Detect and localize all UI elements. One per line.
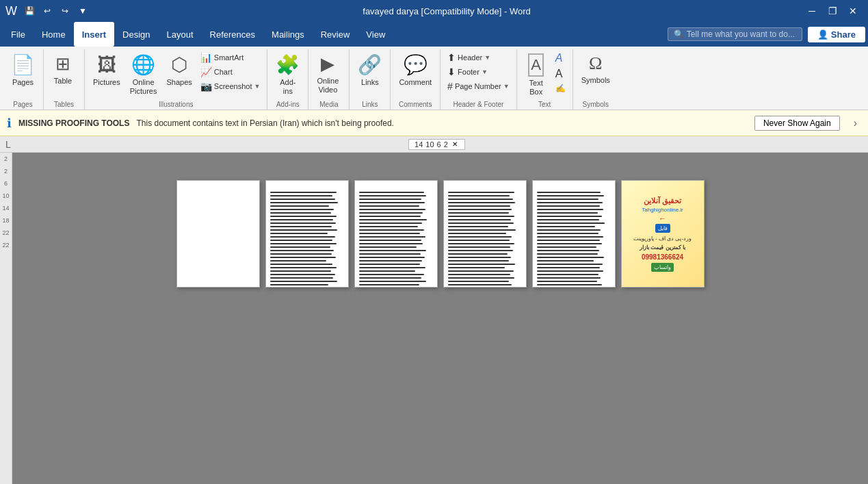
online-pictures-button[interactable]: 🌐 OnlinePictures: [126, 51, 161, 99]
page-thumbnail-5[interactable]: [532, 180, 616, 288]
save-button[interactable]: 💾: [21, 3, 38, 18]
wordart-icon: A: [555, 52, 563, 64]
addins-icon: 🧩: [276, 53, 300, 76]
title-bar: W 💾 ↩ ↪ ▼ favayed darya [Compatibility M…: [0, 0, 868, 22]
chart-icon: 📈: [200, 66, 212, 77]
close-button[interactable]: ✕: [843, 3, 863, 18]
tab-stop-icon[interactable]: L: [5, 139, 11, 150]
symbols-button[interactable]: Ω Symbols: [577, 51, 614, 88]
smartart-button[interactable]: 📊 SmartArt: [198, 51, 263, 64]
redo-button[interactable]: ↪: [57, 3, 73, 18]
undo-button[interactable]: ↩: [39, 3, 55, 18]
links-button[interactable]: 🔗 Links: [354, 51, 386, 90]
smartart-icon: 📊: [200, 52, 212, 63]
ruler-numbers: 14 10 6 2 ✕: [11, 139, 863, 150]
page-thumbnail-1[interactable]: [176, 180, 260, 288]
ad-badge: واتساپ: [651, 263, 674, 272]
table-button[interactable]: ⊞ Table: [48, 51, 78, 88]
page-number-button[interactable]: # Page Number ▼: [445, 79, 512, 93]
document-canvas[interactable]: تحقیق آنلاین Tahghighonline.ir ← فایل ور…: [12, 153, 868, 484]
ad-arrow: ←: [659, 214, 666, 222]
ruler-close-button[interactable]: ✕: [451, 140, 459, 148]
ribbon-group-pages: 📄 Pages Pages: [3, 49, 44, 110]
online-video-button[interactable]: ▶ OnlineVideo: [313, 51, 343, 97]
screenshot-icon: 📷: [200, 81, 212, 92]
dropcap-button[interactable]: A: [553, 66, 568, 81]
illustrations-group-label: Illustrations: [89, 99, 263, 110]
main-content: 2 2 6 10 14 18 22 22: [0, 153, 868, 484]
never-show-again-button[interactable]: Never Show Again: [754, 116, 840, 131]
screenshot-button[interactable]: 📷 Screenshot ▼: [198, 79, 263, 93]
shapes-icon: ⬡: [171, 53, 187, 76]
ruler-number-2: 2: [444, 140, 448, 149]
ruler-v-22a: 22: [2, 229, 9, 236]
page-thumbnail-6[interactable]: تحقیق آنلاین Tahghighonline.ir ← فایل ور…: [621, 180, 705, 288]
addins-button[interactable]: 🧩 Add-ins: [272, 51, 304, 99]
search-input[interactable]: [687, 29, 796, 39]
footer-button[interactable]: ⬇ Footer ▼: [445, 65, 512, 79]
links-group-label: Links: [354, 99, 386, 110]
ruler-v-10: 10: [2, 192, 9, 199]
comment-button[interactable]: 💬 Comment: [395, 51, 436, 90]
ruler-bar: L 14 10 6 2 ✕: [0, 136, 868, 153]
minimize-button[interactable]: ─: [802, 3, 821, 18]
header-dropdown-arrow: ▼: [484, 54, 490, 61]
menu-review[interactable]: Review: [313, 22, 358, 47]
ruler-v-2b: 2: [4, 168, 8, 175]
notification-close-button[interactable]: ›: [850, 116, 861, 131]
ribbon-group-tables: ⊞ Table Tables: [44, 49, 85, 110]
text-box-button[interactable]: A TextBox: [521, 51, 551, 99]
ruler-v-18: 18: [2, 217, 9, 224]
ribbon-group-header-footer: ⬆ Header ▼ ⬇ Footer ▼ # Page Number ▼: [440, 49, 517, 110]
menu-home[interactable]: Home: [34, 22, 74, 47]
window-controls: ─ ❐ ✕: [802, 3, 863, 18]
ribbon-group-comments: 💬 Comment Comments: [391, 49, 440, 110]
ruler-v-6: 6: [4, 180, 8, 187]
share-button[interactable]: 👤 Share: [808, 27, 865, 42]
quick-access-toolbar: 💾 ↩ ↪ ▼: [21, 3, 91, 18]
ruler-number-6: 6: [437, 140, 441, 149]
menu-references[interactable]: References: [202, 22, 263, 47]
notification-bar: ℹ MISSING PROOFING TOOLS This document c…: [0, 110, 868, 136]
comments-group-label: Comments: [395, 99, 436, 110]
customize-button[interactable]: ▼: [75, 3, 91, 18]
tables-group-label: Tables: [48, 99, 80, 110]
page-thumbnail-3[interactable]: [354, 180, 438, 288]
ribbon-group-media: ▶ OnlineVideo Media: [308, 49, 350, 110]
menu-design[interactable]: Design: [114, 22, 158, 47]
signature-icon: ✍: [555, 84, 566, 93]
shapes-button[interactable]: ⬡ Shapes: [163, 51, 196, 90]
header-footer-group-label: Header & Footer: [445, 99, 512, 110]
text-box-icon: A: [528, 53, 544, 77]
menu-view[interactable]: View: [358, 22, 393, 47]
page-number-dropdown-arrow: ▼: [503, 83, 510, 90]
page-thumbnail-4[interactable]: [443, 180, 527, 288]
restore-button[interactable]: ❐: [823, 3, 842, 18]
notification-title: MISSING PROOFING TOOLS: [18, 118, 129, 128]
header-button[interactable]: ⬆ Header ▼: [445, 51, 512, 64]
menu-mailings[interactable]: Mailings: [263, 22, 313, 47]
ruler-v-14: 14: [2, 205, 9, 212]
left-ruler: 2 2 6 10 14 18 22 22: [0, 153, 12, 484]
menu-layout[interactable]: Layout: [159, 22, 202, 47]
search-box[interactable]: 🔍: [668, 27, 802, 41]
word-icon: W: [5, 4, 17, 18]
menu-file[interactable]: File: [3, 22, 34, 47]
dropcap-icon: A: [555, 68, 563, 80]
pages-group-label: Pages: [7, 99, 39, 110]
footer-dropdown-arrow: ▼: [482, 68, 488, 75]
page-thumbnail-2[interactable]: [265, 180, 349, 288]
symbols-group-label: Symbols: [577, 99, 614, 110]
signature-button[interactable]: ✍: [553, 82, 568, 94]
ad-phone: 09981366624: [642, 253, 683, 261]
menu-insert[interactable]: Insert: [74, 22, 114, 47]
thumbnails-row: تحقیق آنلاین Tahghighonline.ir ← فایل ور…: [176, 166, 705, 301]
footer-icon: ⬇: [447, 66, 456, 77]
wordart-button[interactable]: A: [553, 51, 568, 66]
ad-line3: با کمترین قیمت بازار: [640, 244, 685, 251]
screenshot-dropdown-arrow: ▼: [254, 83, 260, 90]
chart-button[interactable]: 📈 Chart: [198, 65, 263, 79]
ribbon-group-illustrations: 🖼 Pictures 🌐 OnlinePictures ⬡ Shapes 📊 S…: [85, 49, 267, 110]
pictures-button[interactable]: 🖼 Pictures: [89, 51, 124, 90]
pages-button[interactable]: 📄 Pages: [7, 51, 39, 90]
